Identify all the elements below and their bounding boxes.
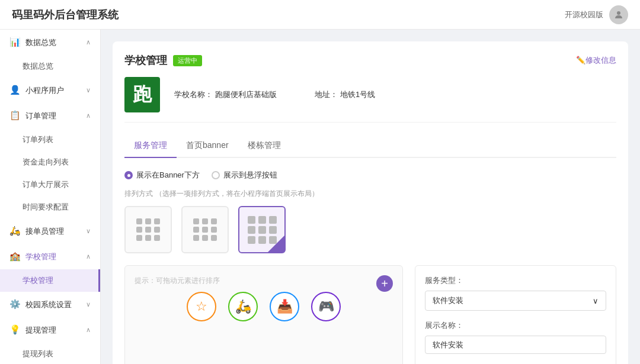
content-card: 学校管理 运营中 ✏️修改信息 跑 学校名称：跑腿便利店基础版 地址：地铁1号线	[113, 41, 628, 364]
sidebar-group-header-data-overview[interactable]: 📊数据总览 ∧	[0, 30, 100, 55]
sidebar-group-tips: 💡提现管理 ∧ 提现列表	[0, 317, 100, 364]
page-title: 学校管理	[124, 53, 167, 67]
dot-row-2-3	[193, 235, 217, 241]
school-address-field: 地址：地铁1号线	[312, 89, 375, 100]
right-panel: 服务类型： 软件安装 ∨ 展示名称： 展示图标：	[415, 265, 616, 364]
status-badge: 运营中	[173, 55, 202, 66]
chevron-down-icon-campus: ∨	[86, 301, 91, 308]
chevron-down-icon: ∨	[86, 86, 91, 94]
sidebar-item-order-hall[interactable]: 订单大厅展示	[0, 173, 100, 196]
download-box-icon: 📥	[270, 292, 299, 321]
sidebar-group-header-receiver[interactable]: 🛵接单员管理 ∨	[0, 218, 100, 244]
header-logo: 码里码外后台管理系统	[12, 8, 119, 22]
radio-float-btn[interactable]: 展示到悬浮按钮	[212, 170, 277, 181]
radio-checked-icon	[124, 171, 133, 179]
chevron-up-icon-school: ∧	[86, 253, 91, 260]
chevron-up-icon-order: ∧	[86, 112, 91, 120]
sidebar-group-header-order-mgmt[interactable]: 📋订单管理 ∧	[0, 103, 100, 128]
service-icon-game[interactable]: 🎮	[311, 292, 341, 321]
game-icon: 🎮	[311, 292, 341, 321]
dot-row-1-3	[136, 235, 160, 241]
sidebar-item-data-overview[interactable]: 数据总览	[0, 55, 100, 78]
school-name-field: 学校名称：跑腿便利店基础版	[172, 89, 277, 100]
header-right: 开源校园版	[565, 5, 628, 24]
main-content: 学校管理 运营中 ✏️修改信息 跑 学校名称：跑腿便利店基础版 地址：地铁1号线	[101, 30, 640, 364]
add-service-button[interactable]: +	[376, 275, 393, 292]
chevron-down-icon-receiver: ∨	[86, 227, 91, 235]
radio-unchecked-icon	[212, 171, 220, 179]
service-type-select[interactable]: 软件安装 ∨	[425, 291, 606, 311]
radio-banner-below[interactable]: 展示在Banner下方	[124, 170, 200, 181]
service-panel: 提示：可拖动元素进行排序 + ☆ 🛵 📥	[124, 265, 403, 364]
display-name-field-group: 展示名称：	[425, 320, 606, 354]
user-icon: 👤	[9, 85, 21, 95]
sidebar-item-fund-flow[interactable]: 资金走向列表	[0, 151, 100, 173]
service-type-label: 服务类型：	[425, 275, 606, 286]
chevron-up-icon: ∧	[86, 38, 91, 46]
tab-service-mgmt[interactable]: 服务管理	[124, 134, 177, 158]
service-icons-row: ☆ 🛵 📥 🎮	[135, 292, 393, 321]
dot-row-1-2	[136, 227, 160, 233]
service-icon-box-item[interactable]: 📥	[270, 292, 299, 321]
sidebar-item-time-config[interactable]: 时间要求配置	[0, 196, 100, 218]
bottom-area: 提示：可拖动元素进行排序 + ☆ 🛵 📥	[124, 265, 616, 364]
tab-floor-mgmt[interactable]: 楼栋管理	[238, 134, 290, 158]
chevron-up-icon-tips: ∧	[86, 326, 91, 334]
sidebar-group-receiver: 🛵接单员管理 ∨	[0, 218, 100, 244]
dot-row-1-1	[136, 218, 160, 224]
scooter-icon: 🛵	[9, 226, 21, 236]
header-version: 开源校园版	[565, 9, 603, 20]
radio-row: 展示在Banner下方 展示到悬浮按钮	[124, 170, 616, 181]
app-layout: 码里码外后台管理系统 开源校园版 📊数据总览 ∧ 数据总览 👤小程序用户	[0, 0, 640, 364]
sidebar-group-campus-settings: ⚙️校园系统设置 ∨	[0, 292, 100, 317]
gear-icon: ⚙️	[9, 299, 21, 309]
radio-label-float: 展示到悬浮按钮	[223, 170, 277, 181]
tab-home-banner[interactable]: 首页banner	[177, 134, 238, 158]
school-info-row: 跑 学校名称：跑腿便利店基础版 地址：地铁1号线	[124, 77, 616, 123]
layout-option-2[interactable]	[181, 206, 229, 253]
layout-option-1[interactable]	[124, 206, 172, 253]
school-icon: 🏫	[9, 251, 21, 261]
dot	[136, 218, 142, 224]
dot-row-3-3	[248, 236, 277, 244]
display-name-input[interactable]	[425, 336, 606, 354]
sidebar-group-header-tips[interactable]: 💡提现管理 ∧	[0, 317, 100, 343]
page-title-row: 学校管理 运营中	[124, 53, 202, 67]
sort-label: 排列方式 （选择一项排列方式，将在小程序端首页展示布局）	[124, 189, 616, 199]
sidebar-group-mini-users: 👤小程序用户 ∨	[0, 78, 100, 103]
layout-option-3[interactable]	[238, 206, 286, 253]
chart-icon: 📊	[9, 37, 21, 47]
star-icon: ☆	[187, 292, 216, 321]
sidebar-group-header-campus[interactable]: ⚙️校园系统设置 ∨	[0, 292, 100, 317]
display-name-label: 展示名称：	[425, 320, 606, 331]
scooter-icon-box: 🛵	[228, 292, 258, 321]
dot-row-3-2	[248, 226, 277, 234]
sidebar-group-header-school[interactable]: 🏫学校管理 ∧	[0, 244, 100, 269]
select-arrow-icon: ∨	[593, 297, 599, 305]
service-type-field-group: 服务类型： 软件安装 ∨	[425, 275, 606, 311]
sidebar-group-school: 🏫学校管理 ∧ 学校管理	[0, 244, 100, 292]
sidebar: 📊数据总览 ∧ 数据总览 👤小程序用户 ∨ 📋订单管理 ∧ 订单列表	[0, 30, 101, 364]
edit-info-link[interactable]: ✏️修改信息	[576, 55, 616, 66]
radio-label-banner: 展示在Banner下方	[136, 170, 200, 181]
service-icon-scooter[interactable]: 🛵	[228, 292, 258, 321]
sidebar-item-school-mgmt[interactable]: 学校管理	[0, 269, 100, 292]
sidebar-group-order-mgmt: 📋订单管理 ∧ 订单列表 资金走向列表 订单大厅展示 时间要求配置	[0, 103, 100, 218]
page-header: 学校管理 运营中 ✏️修改信息	[124, 53, 616, 67]
school-detail: 学校名称：跑腿便利店基础版 地址：地铁1号线	[172, 89, 375, 100]
sidebar-item-tips-list[interactable]: 提现列表	[0, 343, 100, 364]
header-avatar[interactable]	[609, 5, 628, 24]
order-icon: 📋	[9, 110, 21, 120]
service-icon-star[interactable]: ☆	[187, 292, 216, 321]
svg-point-0	[617, 11, 620, 15]
sidebar-item-order-list[interactable]: 订单列表	[0, 128, 100, 151]
app-header: 码里码外后台管理系统 开源校园版	[0, 0, 640, 30]
service-hint: 提示：可拖动元素进行排序	[135, 276, 220, 285]
school-logo: 跑	[124, 77, 160, 112]
sidebar-group-header-mini-users[interactable]: 👤小程序用户 ∨	[0, 78, 100, 103]
tips-icon: 💡	[9, 324, 21, 334]
sidebar-group-data-overview: 📊数据总览 ∧ 数据总览	[0, 30, 100, 78]
dot-row-2-1	[193, 218, 217, 224]
layout-options	[124, 206, 616, 253]
tabs: 服务管理 首页banner 楼栋管理	[124, 134, 616, 158]
